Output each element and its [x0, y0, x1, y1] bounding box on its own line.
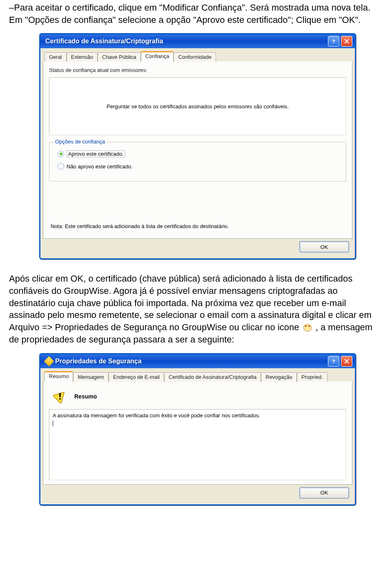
summary-text-box[interactable]: A assinatura da mensagem foi verificada …	[49, 409, 346, 480]
certificate-dialog: Certificado de Assinatura/Criptografia ?…	[39, 33, 356, 260]
ok-button[interactable]: OK	[299, 487, 349, 499]
tab-resumo[interactable]: Resumo	[45, 371, 73, 382]
close-button[interactable]	[341, 36, 352, 47]
security-properties-dialog: Propriedades de Segurança ? Resumo Mensa…	[39, 353, 356, 506]
radio-reject[interactable]: Não aprovo este certificado.	[58, 163, 340, 170]
status-message: Perguntar se todos os certificados assin…	[107, 103, 289, 110]
tab-extensao[interactable]: Extensão	[67, 52, 98, 62]
summary-header: Resumo	[49, 387, 346, 409]
warning-icon	[53, 389, 67, 403]
summary-text: A assinatura da mensagem foi verificada …	[53, 412, 260, 419]
help-button[interactable]: ?	[328, 36, 339, 47]
radio-icon	[58, 151, 64, 157]
svg-text:?: ?	[332, 38, 335, 44]
titlebar-app-icon	[44, 356, 54, 366]
group-title: Opções de confiança	[53, 139, 107, 145]
tab-chave-publica[interactable]: Chave Pública	[98, 52, 141, 62]
ok-button[interactable]: OK	[299, 241, 349, 253]
radio-icon	[58, 163, 64, 170]
doc-paragraph-1: –Para aceitar o certificado, clique em "…	[0, 0, 392, 30]
titlebar-title: Certificado de Assinatura/Criptografia	[45, 38, 326, 45]
tab-revogacao[interactable]: Revogação	[261, 372, 297, 382]
svg-rect-3	[59, 393, 60, 397]
status-label: Status de confiança atual com emissores:	[49, 67, 346, 73]
doc-paragraph-2: Após clicar em OK, o certificado (chave …	[0, 265, 392, 349]
tab-strip: Resumo Mensagem Endereço de E-mail Certi…	[43, 371, 352, 382]
tab-conformidade[interactable]: Conformidade	[174, 52, 216, 62]
tab-certificado[interactable]: Certificado de Assinatura/Criptografia	[164, 372, 261, 382]
radio-approve-label: Aprovo este certificado.	[67, 150, 125, 157]
titlebar-title: Propriedades de Segurança	[55, 358, 326, 365]
radio-reject-label: Não aprovo este certificado.	[67, 163, 133, 170]
tab-panel: Resumo A assinatura da mensagem foi veri…	[43, 381, 352, 485]
tab-propried[interactable]: Propried.	[297, 372, 327, 382]
text-cursor	[53, 421, 53, 426]
tab-mensagem[interactable]: Mensagem	[73, 372, 108, 382]
tab-panel: Status de confiança atual com emissores:…	[43, 61, 352, 239]
titlebar[interactable]: Propriedades de Segurança ?	[40, 354, 355, 368]
help-button[interactable]: ?	[328, 356, 339, 367]
signature-inline-icon	[303, 324, 312, 331]
tab-confianca[interactable]: Confiança	[141, 51, 174, 62]
dialog-note: Nota: Este certificado será adicionado à…	[49, 189, 346, 234]
svg-rect-4	[59, 398, 60, 399]
radio-approve[interactable]: Aprovo este certificado.	[58, 150, 340, 157]
tab-endereco[interactable]: Endereço de E-mail	[109, 372, 164, 382]
close-button[interactable]	[341, 356, 352, 367]
tab-strip: Geral Extensão Chave Pública Confiança C…	[43, 51, 352, 62]
status-box: Perguntar se todos os certificados assin…	[49, 77, 346, 135]
summary-title: Resumo	[74, 393, 97, 400]
titlebar[interactable]: Certificado de Assinatura/Criptografia ?	[40, 34, 355, 48]
trust-options-group: Opções de confiança Aprovo este certific…	[49, 142, 346, 181]
svg-text:?: ?	[332, 358, 335, 364]
tab-geral[interactable]: Geral	[45, 52, 67, 62]
